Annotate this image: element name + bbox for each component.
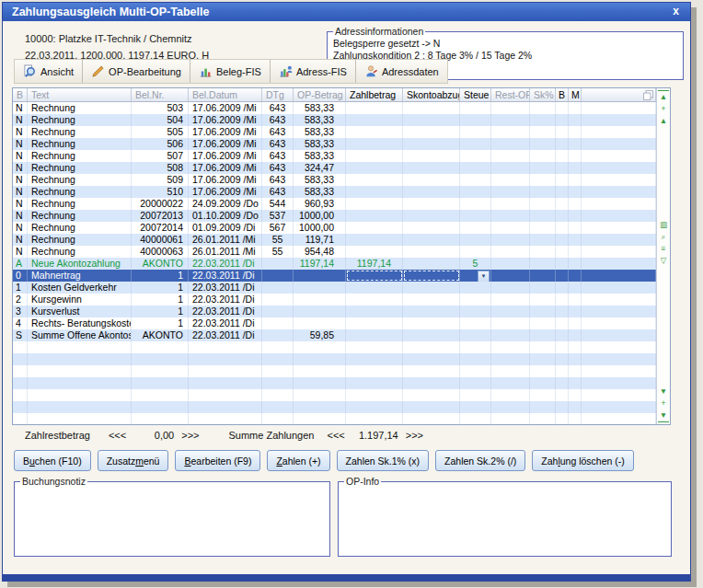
cell-fill[interactable] — [582, 174, 656, 186]
cell-belnr[interactable]: 20072014 — [132, 222, 189, 234]
cell-op[interactable]: 1197,14 — [294, 258, 346, 270]
cell-skonto[interactable] — [403, 126, 460, 138]
cell-op[interactable] — [294, 365, 346, 377]
cell-belnr[interactable]: 505 — [132, 126, 189, 138]
cell-datum[interactable]: 22.03.2011 /Di — [189, 329, 262, 341]
cell-sk[interactable] — [530, 341, 556, 353]
cell-b2[interactable] — [556, 329, 569, 341]
cell-b2[interactable] — [556, 413, 569, 425]
cell-b2[interactable] — [556, 198, 569, 210]
cell-datum[interactable]: 01.10.2009 /Do — [189, 210, 262, 222]
cell-dtg[interactable] — [262, 282, 294, 294]
table-row[interactable]: NRechnung50617.06.2009 /Mi643583,33 — [13, 138, 656, 150]
cell-fill[interactable] — [582, 162, 656, 174]
tab-adress-fis[interactable]: Adress-FIS — [270, 60, 355, 83]
cell-dtg[interactable]: 643 — [262, 162, 294, 174]
cell-b[interactable]: 4 — [13, 317, 28, 329]
cell-datum[interactable]: 17.06.2009 /Mi — [189, 162, 262, 174]
cell-op[interactable] — [294, 353, 346, 365]
cell-rest[interactable] — [491, 294, 530, 306]
table-row[interactable] — [13, 353, 656, 365]
cell-m[interactable] — [569, 174, 582, 186]
cell-rest[interactable] — [491, 258, 530, 270]
cell-rest[interactable] — [491, 102, 530, 114]
cell-m[interactable] — [569, 317, 582, 329]
cell-skonto[interactable] — [403, 150, 460, 162]
cell-sk[interactable] — [530, 258, 556, 270]
cell-op[interactable]: 1000,00 — [294, 222, 346, 234]
cell-dtg[interactable]: 643 — [262, 174, 294, 186]
cell-sk[interactable] — [530, 401, 556, 413]
cell-steue[interactable] — [460, 174, 491, 186]
column-header-rest[interactable]: Rest-OP — [491, 88, 530, 101]
cell-dtg[interactable] — [262, 270, 294, 282]
cell-fill[interactable] — [582, 210, 656, 222]
cell-skonto[interactable] — [403, 174, 460, 186]
cell-b[interactable]: N — [13, 126, 28, 138]
cell-sk[interactable] — [530, 222, 556, 234]
cell-rest[interactable] — [491, 174, 530, 186]
table-row[interactable]: SSumme Offene AkontosAKONTO22.03.2011 /D… — [13, 329, 656, 341]
cell-b2[interactable] — [556, 306, 569, 317]
cell-skonto[interactable] — [403, 234, 460, 246]
cell-steue[interactable] — [460, 401, 491, 413]
cell-rest[interactable] — [491, 186, 530, 198]
cell-b2[interactable] — [556, 102, 569, 114]
column-header-text[interactable]: Text — [28, 88, 132, 101]
cell-sk[interactable] — [530, 138, 556, 150]
table-row[interactable] — [13, 341, 656, 353]
cell-m[interactable] — [569, 150, 582, 162]
cell-text[interactable]: Rechnung — [28, 114, 132, 126]
cell-steue[interactable]: ▼ — [460, 270, 491, 282]
cell-belnr[interactable] — [132, 377, 189, 389]
cell-zahl[interactable] — [346, 341, 403, 353]
cell-text[interactable]: Rechnung — [28, 186, 132, 198]
cell-zahl[interactable] — [346, 294, 403, 306]
cell-datum[interactable]: 17.06.2009 /Mi — [189, 114, 262, 126]
cell-dtg[interactable] — [262, 317, 294, 329]
cell-fill[interactable] — [582, 282, 656, 294]
cell-dtg[interactable] — [262, 329, 294, 341]
cell-text[interactable]: Rechnung — [28, 174, 132, 186]
cell-b[interactable] — [13, 389, 28, 401]
cell-zahl[interactable] — [346, 150, 403, 162]
cell-dtg[interactable]: 643 — [262, 126, 294, 138]
tab-adressdaten[interactable]: Adressdaten — [355, 60, 447, 83]
cell-fill[interactable] — [582, 329, 656, 341]
cell-skonto[interactable] — [403, 317, 460, 329]
cell-skonto[interactable] — [403, 294, 460, 306]
cell-steue[interactable] — [460, 341, 491, 353]
cell-b[interactable]: N — [13, 174, 28, 186]
cell-sk[interactable] — [530, 377, 556, 389]
cell-skonto[interactable] — [403, 389, 460, 401]
cell-b[interactable]: S — [13, 329, 28, 341]
tab-beleg-fis[interactable]: Beleg-FIS — [190, 60, 270, 83]
tab-op-bearbeitung[interactable]: OP-Bearbeitung — [82, 60, 190, 83]
cell-b2[interactable] — [556, 365, 569, 377]
cell-rest[interactable] — [491, 162, 530, 174]
cell-belnr[interactable]: 503 — [132, 102, 189, 114]
cell-dtg[interactable] — [262, 365, 294, 377]
cell-zahl[interactable] — [346, 389, 403, 401]
cell-b[interactable] — [13, 341, 28, 353]
cell-zahl[interactable] — [346, 174, 403, 186]
cell-rest[interactable] — [491, 365, 530, 377]
cell-sk[interactable] — [530, 210, 556, 222]
cell-datum[interactable]: 22.03.2011 /Di — [189, 282, 262, 294]
cell-b[interactable]: N — [13, 198, 28, 210]
cell-belnr[interactable]: 1 — [132, 317, 189, 329]
cell-sk[interactable] — [530, 329, 556, 341]
table-row[interactable]: NRechnung2007201401.09.2009 /Di5671000,0… — [13, 222, 656, 234]
cell-belnr[interactable] — [132, 365, 189, 377]
table-row[interactable] — [13, 365, 656, 377]
cell-fill[interactable] — [582, 413, 656, 425]
cell-datum[interactable]: 01.09.2009 /Di — [189, 222, 262, 234]
cell-belnr[interactable] — [132, 413, 189, 425]
cell-skonto[interactable] — [403, 246, 460, 258]
search-icon[interactable]: ⌕ — [658, 231, 669, 243]
table-row[interactable]: 0Mahnertrag122.03.2011 /Di▼ — [13, 270, 656, 282]
cell-text[interactable]: Neue Akontozahlung — [28, 258, 132, 270]
cell-m[interactable] — [569, 306, 582, 317]
cell-rest[interactable] — [491, 138, 530, 150]
cell-fill[interactable] — [582, 114, 656, 126]
